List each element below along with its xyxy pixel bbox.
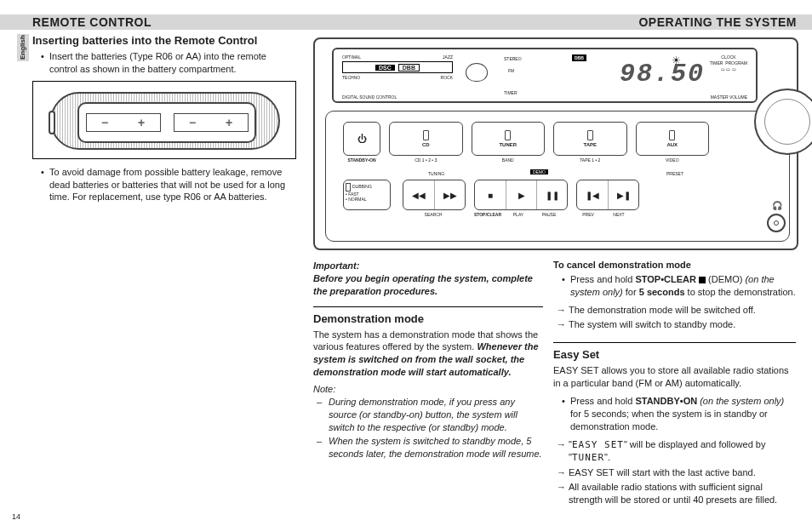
preset-label: PRESET: [666, 171, 683, 176]
stop-icon: [699, 277, 706, 283]
stereo-label: STEREO: [504, 56, 522, 61]
master-volume-label: MASTER VOLUME: [711, 94, 747, 100]
header-bar: REMOTE CONTROL OPERATING THE SYSTEM: [0, 14, 812, 30]
tuner-button[interactable]: TUNER: [472, 122, 546, 156]
easy-bullet: Press and hold STANDBY•ON (on the system…: [562, 395, 796, 433]
column-demo: Important: Before you begin operating th…: [313, 260, 543, 462]
cancel-sub-1: The demonstration mode will be switched …: [553, 304, 796, 317]
easy-sub-1: "EASY SET" will be displayed and followe…: [553, 438, 796, 466]
rewind-button[interactable]: ◀◀: [403, 180, 434, 209]
system-illustration: OPTIMALJAZZ DSCDBB TECHNOROCK STEREO FM …: [313, 37, 798, 250]
search-group: ◀◀ ▶▶: [403, 180, 466, 210]
demo-note-1: During demonstration mode, if you press …: [313, 396, 543, 434]
frequency-readout: 98.50: [620, 60, 705, 89]
demo-paragraph: The system has a demonstration mode that…: [313, 329, 543, 379]
easy-sub-3: All available radio stations with suffic…: [553, 481, 796, 506]
remote-bullet-1: Insert the batteries (Type R06 or AA) in…: [41, 50, 296, 76]
display-panel: OPTIMALJAZZ DSCDBB TECHNOROCK STEREO FM …: [332, 48, 758, 103]
header-left: REMOTE CONTROL: [32, 15, 152, 29]
column-remote: Inserting batteries into the Remote Cont…: [32, 34, 296, 209]
clock-labels: CLOCK TIMER PROGRAM ▭ ▭ ▭: [710, 54, 747, 72]
remote-heading: Inserting batteries into the Remote Cont…: [32, 34, 296, 47]
dsc-label: DIGITAL SOUND CONTROL: [342, 94, 397, 100]
cancel-sub-2: The system will switch to standby mode.: [553, 318, 796, 331]
cd-button[interactable]: CD: [389, 122, 463, 156]
page-number: 14: [12, 512, 20, 521]
demo-note-2: When the system is switched to standby m…: [313, 435, 543, 460]
battery-2: −+: [174, 113, 249, 132]
fm-label: FM: [508, 68, 514, 73]
headphone-icon: 🎧: [772, 201, 782, 210]
language-tab: English: [17, 34, 29, 61]
column-cancel-easy: To cancel demonstration mode Press and h…: [553, 260, 796, 508]
remote-bullet-2: To avoid damage from possible battery le…: [41, 166, 296, 204]
standby-button[interactable]: ⏻: [343, 122, 380, 156]
important-text: Before you begin operating the system, c…: [313, 273, 533, 296]
important-label: Important:: [313, 260, 359, 271]
aux-button[interactable]: AUX: [636, 122, 710, 156]
note-label: Note:: [313, 384, 543, 394]
preset-group: ❚◀ ▶❚: [576, 180, 639, 210]
cancel-heading: To cancel demonstration mode: [553, 260, 796, 270]
dbb-label: DBB: [572, 54, 586, 61]
cd-icon: [466, 63, 488, 82]
control-panel: ⏻ CD TUNER TAPE AUX STANDBY•ON CD 1 • 2 …: [325, 111, 790, 242]
headphone-jack[interactable]: [767, 214, 786, 232]
tuning-label: TUNING: [428, 171, 444, 176]
tape-button[interactable]: TAPE: [553, 122, 627, 156]
header-right: OPERATING THE SYSTEM: [638, 15, 797, 29]
demo-label: DEMO: [530, 169, 548, 174]
cancel-bullet: Press and hold STOP•CLEAR (DEMO) (on the…: [562, 273, 796, 299]
easy-sub-2: EASY SET will start with the last active…: [553, 466, 796, 479]
remote-illustration: −+ −+: [32, 81, 296, 159]
play-group: ■ ▶ ❚❚: [474, 180, 568, 210]
timer-label: TIMER: [504, 90, 518, 95]
dsc-group: OPTIMALJAZZ DSCDBB TECHNOROCK: [342, 54, 453, 82]
volume-knob[interactable]: [754, 89, 812, 155]
next-button[interactable]: ▶❚: [608, 180, 638, 209]
demo-heading: Demonstration mode: [313, 312, 543, 325]
easy-paragraph: EASY SET allows you to store all availab…: [553, 364, 796, 390]
easy-heading: Easy Set: [553, 348, 796, 361]
stop-button[interactable]: ■: [475, 180, 506, 209]
prev-button[interactable]: ❚◀: [577, 180, 608, 209]
play-button[interactable]: ▶: [506, 180, 536, 209]
dubbing-box[interactable]: DUBBING • FAST • NORMAL: [343, 180, 391, 210]
forward-button[interactable]: ▶▶: [434, 180, 465, 209]
pause-button[interactable]: ❚❚: [536, 180, 567, 209]
battery-1: −+: [86, 113, 161, 132]
